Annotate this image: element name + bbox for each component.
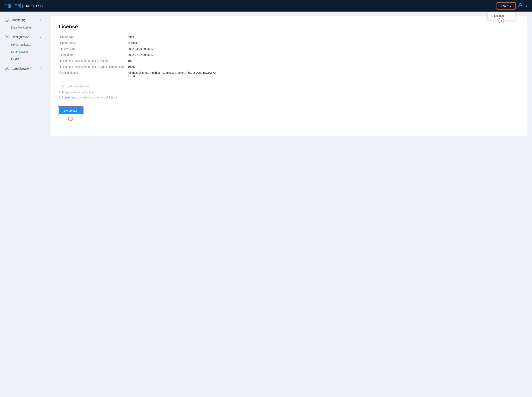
monitor-icon [5,18,9,22]
field-value-6: modbus-plus-tcp, modbus-rtu, opcua, s7co… [128,71,218,78]
field-label-4: Limit on the maximum number of nodes [59,59,124,62]
admin-icon [5,66,9,71]
field-label-5: Limit on the maximum number of tags belo… [59,65,124,68]
sidebar: Monitoring ∧ Data Monitoring Configurati… [0,12,46,397]
dropdown-license-label: License [494,14,504,17]
svg-text:"N: "N [15,3,20,8]
main-content: License License type retail License stat… [46,12,532,397]
about-chevron-icon: ∨ [509,4,512,8]
sidebar-group-monitoring[interactable]: Monitoring ∧ [0,16,46,24]
user-chevron-icon[interactable]: ∨ [525,4,527,7]
certificate-title: How to get the certificate [59,85,519,88]
sidebar-section-monitoring: Monitoring ∧ Data Monitoring [0,16,46,31]
sidebar-group-administration[interactable]: Administration ∨ [0,64,46,73]
step-1-suffix: for a license for free. [69,91,95,94]
step-2-suffix: to purchase a commercial license. [76,96,118,99]
svg-text:"N: "N [5,3,12,9]
logo-container: "N "N NEURON [5,2,43,9]
user-icon [518,3,523,8]
svg-rect-10 [5,18,9,21]
field-label-2: Effective date [59,47,124,50]
configuration-chevron: ∧ [39,36,41,38]
reupload-button[interactable]: Re-upload [59,107,83,114]
page-title: License [59,24,519,30]
sidebar-item-north-applications[interactable]: North Applicat... [0,41,46,48]
administration-label: Administration [12,67,31,70]
administration-chevron: ∨ [39,67,41,70]
field-label-0: License type [59,35,124,38]
field-label-6: Enabled plugins [59,71,124,78]
header-right: About ∨ ℹ License 1 ∨ [497,2,527,10]
field-value-5: 10000 [128,65,218,68]
neuron-logo-svg: "N NEURON [15,2,43,9]
configuration-label: Configuration [12,35,29,39]
field-value-1: In effect [128,41,218,44]
sidebar-group-configuration[interactable]: Configuration ∧ [0,33,46,41]
about-dropdown: ℹ License 1 [487,12,515,20]
contact-us-link[interactable]: Contact us [62,96,75,99]
data-monitoring-label: Data Monitoring [11,26,31,29]
user-icon-button[interactable] [517,2,524,10]
sidebar-section-administration: Administration ∨ [0,64,46,73]
sidebar-item-plugin[interactable]: Plugin [0,56,46,62]
south-devices-label: South Devices [11,50,29,53]
field-value-3: 2022-07-22 09:36:12 [128,53,218,56]
field-label-1: License status [59,41,124,44]
reupload-wrapper: Re-upload 2 [59,107,83,114]
main-layout: Monitoring ∧ Data Monitoring Configurati… [0,12,532,397]
step-2-prefix: 2. [59,96,62,99]
about-btn-container: About ∨ ℹ License 1 [497,2,515,9]
svg-point-14 [6,67,8,68]
field-label-3: Expire date [59,53,124,56]
plugin-label: Plugin [11,57,19,61]
sidebar-item-data-monitoring[interactable]: Data Monitoring [0,24,46,31]
sidebar-section-configuration: Configuration ∧ North Applicat... South … [0,33,46,62]
app-header: "N "N NEURON About ∨ ℹ License [0,0,532,12]
svg-point-13 [6,36,8,37]
sidebar-item-south-devices[interactable]: South Devices [0,48,46,56]
neuron-logo-icon: "N [5,2,13,9]
certificate-step-2: 2. Contact us to purchase a commercial l… [59,96,519,99]
monitoring-label: Monitoring [12,18,25,22]
badge-1: 1 [499,18,504,23]
field-value-2: 2022-03-25 09:36:12 [128,47,218,50]
about-button[interactable]: About ∨ [497,2,515,9]
field-value-0: retail [128,35,218,38]
badge-2: 2 [68,116,73,121]
config-icon [5,35,9,39]
north-applications-label: North Applicat... [11,43,31,46]
field-value-4: 100 [128,59,218,62]
apply-link[interactable]: Apply [62,91,68,94]
certificate-section: How to get the certificate 1. Apply for … [59,85,519,99]
monitoring-chevron: ∧ [39,18,41,21]
license-card: License License type retail License stat… [51,16,527,136]
license-info-table: License type retail License status In ef… [59,35,218,78]
certificate-step-1: 1. Apply for a license for free. [59,91,519,94]
license-info-icon: ℹ [492,14,493,17]
svg-text:NEURON: NEURON [26,4,43,8]
step-1-prefix: 1. [59,91,62,94]
about-label: About [501,4,508,8]
